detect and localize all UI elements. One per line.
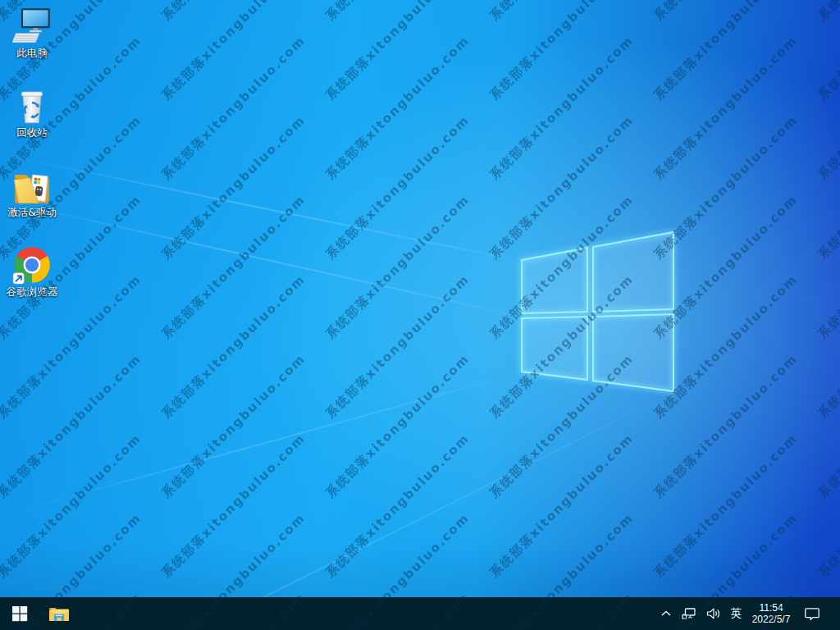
taskbar[interactable]: 英 11:54 2022/5/7 <box>0 597 840 630</box>
desktop-wallpaper[interactable] <box>0 0 840 630</box>
desktop-icon-activation-drivers[interactable]: 激活&驱动 <box>1 166 63 218</box>
file-explorer-icon <box>48 604 70 623</box>
desktop-icon-this-pc[interactable]: 此电脑 <box>1 7 63 59</box>
recycle-bin-icon <box>12 86 52 126</box>
open-folder-icon <box>12 166 52 205</box>
start-button[interactable] <box>0 597 39 630</box>
tray-input-language-button[interactable]: 英 <box>726 597 746 630</box>
windows-desktop-screen: 系统部落xitongbuluo.com系统部落xitongbuluo.com系统… <box>0 0 840 630</box>
action-center-icon <box>804 606 820 621</box>
tray-clock-button[interactable]: 11:54 2022/5/7 <box>746 597 797 630</box>
desktop-icon-label: 激活&驱动 <box>7 206 57 218</box>
taskbar-empty-area[interactable] <box>79 597 649 630</box>
tray-time: 11:54 <box>759 602 783 614</box>
file-explorer-button[interactable] <box>39 597 79 630</box>
tray-show-hidden-icons-button[interactable] <box>655 597 677 630</box>
desktop-icon-label: 回收站 <box>16 126 48 139</box>
input-language-label: 英 <box>730 606 742 621</box>
shortcut-arrow-overlay <box>13 273 24 284</box>
chevron-up-icon <box>660 609 672 618</box>
desktop-icon-recycle-bin[interactable]: 回收站 <box>1 86 63 139</box>
desktop-icon-label: 此电脑 <box>16 47 48 59</box>
tray-volume-button[interactable] <box>701 597 726 630</box>
chrome-icon <box>12 245 52 285</box>
windows-start-icon <box>11 605 28 622</box>
desktop-icon-label: 谷歌浏览器 <box>7 285 58 298</box>
speaker-volume-icon <box>706 607 721 620</box>
this-pc-icon <box>12 7 52 46</box>
system-tray: 英 11:54 2022/5/7 <box>649 597 840 630</box>
windows-logo <box>492 213 689 410</box>
tray-network-button[interactable] <box>677 597 701 630</box>
action-center-button[interactable] <box>797 597 828 630</box>
ethernet-network-icon <box>682 607 696 620</box>
tray-date: 2022/5/7 <box>752 614 791 625</box>
desktop-icon-chrome[interactable]: 谷歌浏览器 <box>1 245 63 298</box>
